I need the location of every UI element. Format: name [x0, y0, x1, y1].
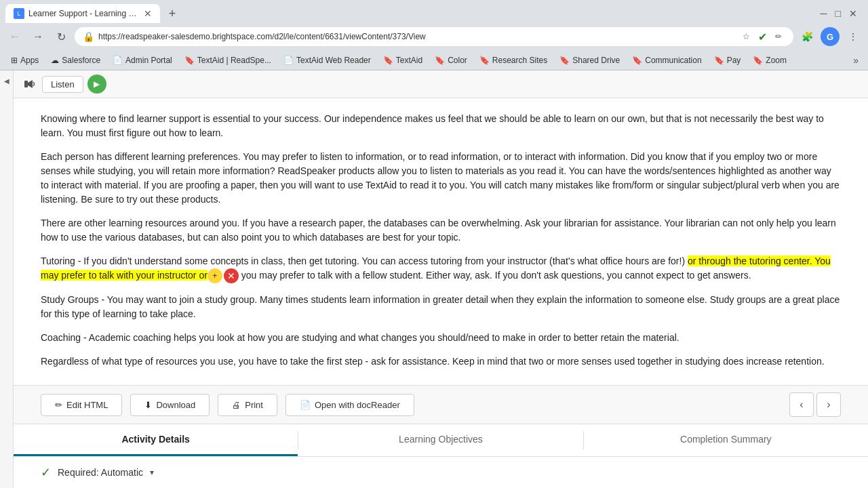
paragraph-6: Coaching - Academic coaching helps you l… [41, 331, 841, 345]
bookmark-textaid[interactable]: 🔖 TextAid [378, 54, 428, 66]
bookmark-textaid-readspe-label: TextAid | ReadSpe... [197, 56, 271, 65]
bookmark-pay[interactable]: 🔖 Pay [709, 54, 747, 66]
bookmark-communication-label: Communication [645, 56, 701, 65]
activity-tabs: Activity Details Learning Objectives Com… [14, 424, 868, 456]
minimize-btn[interactable]: ─ [821, 8, 827, 19]
bookmark-pay-label: Pay [727, 56, 741, 65]
bookmark-shared-drive-label: Shared Drive [572, 56, 620, 65]
bookmark-textaid-label: TextAid [396, 56, 422, 65]
sidebar-arrow-icon: ◀ [4, 77, 9, 85]
bookmark-zoom-label: Zoom [766, 56, 787, 65]
open-docreader-button[interactable]: 📄 Open with docReader [285, 394, 414, 416]
article-content: Knowing where to find learner support is… [14, 98, 868, 385]
extensions-btn[interactable]: 🧩 [797, 27, 816, 46]
sidebar-toggle[interactable]: ◀ [0, 70, 14, 488]
bookmark-admin-portal[interactable]: 📄 Admin Portal [107, 54, 178, 66]
tab-title: Learner Support - Learning Is Fo... [28, 9, 137, 18]
next-page-button[interactable]: › [816, 392, 841, 417]
new-tab-button[interactable]: + [163, 4, 182, 23]
bookmark-salesforce-label: Salesforce [62, 56, 100, 65]
prev-page-button[interactable]: ‹ [789, 392, 814, 417]
close-annotation-btn[interactable]: ✕ [224, 268, 239, 283]
listen-button[interactable]: Listen [42, 76, 83, 93]
tab-learning-objectives[interactable]: Learning Objectives [298, 424, 583, 456]
bookmark-star-icon[interactable]: ☆ [739, 30, 753, 43]
prev-icon: ‹ [800, 399, 803, 411]
textaid-web-icon: 📄 [283, 56, 294, 65]
bookmark-shared-drive[interactable]: 🔖 Shared Drive [554, 54, 625, 66]
maximize-btn[interactable]: □ [835, 8, 841, 19]
communication-icon: 🔖 [632, 56, 642, 65]
close-btn[interactable]: ✕ [849, 8, 857, 19]
play-icon: ▶ [94, 79, 100, 89]
url-text: https://readspeaker-salesdemo.brightspac… [98, 32, 735, 41]
paragraph-5: Study Groups - You may want to join a st… [41, 293, 841, 321]
readspeaker-icon-wrap [22, 76, 38, 92]
article-area[interactable]: Knowing where to find learner support is… [14, 98, 868, 385]
listen-toolbar: Listen ▶ [14, 70, 868, 98]
bookmark-research-sites[interactable]: 🔖 Research Sites [474, 54, 553, 66]
profile-btn[interactable]: G [821, 27, 840, 46]
pay-icon: 🔖 [714, 56, 724, 65]
bookmarks-more-btn[interactable]: » [849, 54, 863, 67]
research-sites-icon: 🔖 [479, 56, 490, 65]
learning-objectives-label: Learning Objectives [399, 434, 483, 445]
bottom-toolbar: ✏ Edit HTML ⬇ Download 🖨 Print 📄 Open wi… [14, 385, 868, 424]
bookmark-color-label: Color [448, 56, 467, 65]
bookmark-color[interactable]: 🔖 Color [429, 54, 473, 66]
play-button[interactable]: ▶ [87, 75, 106, 94]
textaid-readspe-icon: 🔖 [184, 56, 195, 65]
required-dropdown-arrow[interactable]: ▾ [150, 468, 154, 477]
browser-tab[interactable]: L Learner Support - Learning Is Fo... ✕ [5, 4, 160, 23]
forward-button[interactable]: → [28, 27, 47, 46]
chrome-menu-btn[interactable]: ⋮ [844, 27, 863, 46]
tab-completion-summary[interactable]: Completion Summary [584, 424, 868, 456]
bookmark-admin-portal-label: Admin Portal [125, 56, 172, 65]
bookmark-zoom[interactable]: 🔖 Zoom [747, 54, 792, 66]
address-input[interactable]: 🔒 https://readspeaker-salesdemo.brightsp… [75, 27, 793, 46]
bookmark-salesforce[interactable]: ☁ Salesforce [45, 54, 106, 66]
page-wrapper: ◀ Listen ▶ Knowing where to find learner… [0, 70, 868, 488]
required-section: ✓ Required: Automatic ▾ [14, 456, 868, 488]
bookmark-textaid-web[interactable]: 📄 TextAid Web Reader [278, 54, 376, 66]
address-icons: ☆ ✔ ✏ [739, 30, 785, 43]
bookmark-textaid-readspe[interactable]: 🔖 TextAid | ReadSpe... [179, 54, 277, 66]
admin-portal-icon: 📄 [113, 56, 123, 65]
print-label: Print [245, 400, 263, 410]
zoom-icon: 🔖 [753, 56, 763, 65]
svg-marker-1 [28, 80, 33, 88]
completion-summary-label: Completion Summary [680, 434, 772, 445]
paragraph-7: Regardless of what type of resources you… [41, 354, 841, 369]
download-label: Download [156, 400, 195, 410]
edit-html-label: Edit HTML [66, 400, 108, 410]
bookmark-apps[interactable]: ⊞ Apps [5, 54, 44, 66]
paragraph-3: There are other learning resources aroun… [41, 216, 841, 245]
edit-html-icon: ✏ [55, 400, 62, 410]
highlighted-text: or through the tutoring center. You may … [41, 256, 831, 281]
next-icon: › [827, 399, 830, 411]
print-icon: 🖨 [232, 400, 241, 410]
bookmark-communication[interactable]: 🔖 Communication [627, 54, 707, 66]
salesforce-icon: ☁ [51, 56, 59, 65]
add-annotation-btn[interactable]: + [208, 268, 222, 283]
listen-label: Listen [51, 79, 75, 89]
bookmark-research-sites-label: Research Sites [492, 56, 547, 65]
reload-button[interactable]: ↻ [52, 27, 71, 46]
chrome-toolbar: 🧩 G ⋮ [797, 27, 863, 46]
svg-rect-0 [24, 81, 28, 87]
tab-favicon: L [14, 8, 24, 19]
docreader-icon: 📄 [300, 400, 311, 410]
tab-close-btn[interactable]: ✕ [144, 8, 152, 19]
title-bar: L Learner Support - Learning Is Fo... ✕ … [0, 0, 868, 23]
edit-icon[interactable]: ✏ [772, 30, 785, 43]
nav-arrows: ‹ › [789, 392, 841, 417]
print-button[interactable]: 🖨 Print [218, 394, 277, 416]
tab-activity-details[interactable]: Activity Details [14, 424, 298, 456]
apps-icon: ⊞ [11, 56, 18, 65]
color-icon: 🔖 [435, 56, 445, 65]
back-button[interactable]: ← [5, 27, 24, 46]
edit-html-button[interactable]: ✏ Edit HTML [41, 394, 122, 416]
download-icon: ⬇ [144, 400, 152, 410]
bookmark-textaid-web-label: TextAid Web Reader [296, 56, 371, 65]
download-button[interactable]: ⬇ Download [130, 394, 210, 416]
